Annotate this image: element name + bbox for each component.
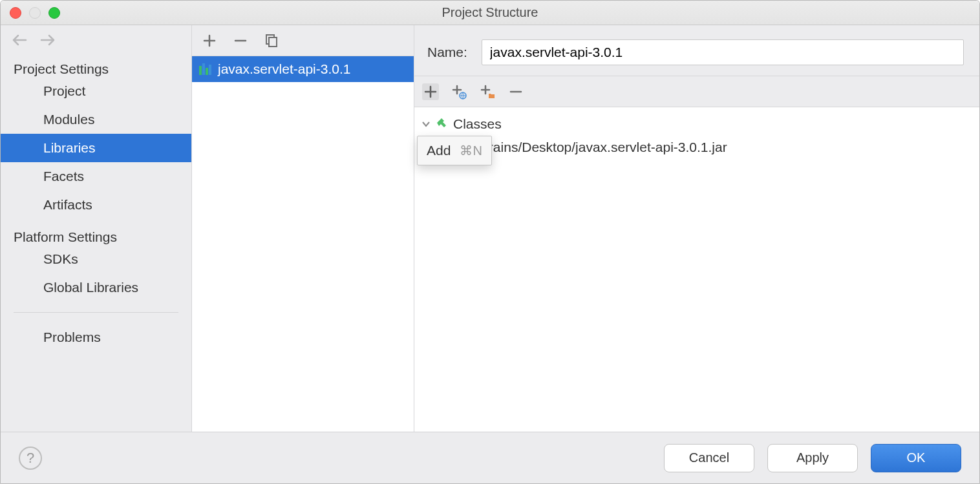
sidebar-item-global-libraries[interactable]: Global Libraries <box>1 273 191 302</box>
library-roots-toolbar <box>414 76 979 107</box>
ok-button[interactable]: OK <box>871 444 961 472</box>
library-name-input[interactable] <box>482 39 964 65</box>
apply-button[interactable]: Apply <box>767 444 858 472</box>
svg-rect-4 <box>206 68 208 75</box>
libraries-list-panel: javax.servlet-api-3.0.1 <box>192 25 414 432</box>
sidebar-item-libraries[interactable]: Libraries <box>1 134 191 162</box>
back-button[interactable] <box>11 32 28 48</box>
sidebar-item-label: Libraries <box>43 140 96 155</box>
window-zoom-button[interactable] <box>48 7 60 19</box>
add-url-root-button[interactable] <box>451 83 467 100</box>
add-popup[interactable]: Add ⌘N <box>417 136 492 165</box>
library-row[interactable]: javax.servlet-api-3.0.1 <box>192 56 414 82</box>
help-button[interactable]: ? <box>19 447 42 470</box>
tree-node-jar-path[interactable]: ers/jetbrains/Desktop/javax.servlet-api-… <box>414 136 979 159</box>
dialog-body: Project Settings Project Modules Librari… <box>1 25 979 432</box>
library-name-bar: Name: <box>414 25 979 76</box>
tree-node-label: Classes <box>453 116 502 132</box>
sidebar-item-modules[interactable]: Modules <box>1 105 191 134</box>
sidebar: Project Settings Project Modules Librari… <box>1 25 192 432</box>
titlebar: Project Structure <box>1 1 979 25</box>
sidebar-section-platform-settings: Platform Settings <box>1 219 191 245</box>
library-row-label: javax.servlet-api-3.0.1 <box>218 61 350 77</box>
help-icon: ? <box>27 450 34 467</box>
sidebar-item-problems[interactable]: Problems <box>1 323 191 352</box>
name-label: Name: <box>427 45 467 60</box>
sidebar-item-label: Project <box>43 83 85 98</box>
window-minimize-button[interactable] <box>29 7 41 19</box>
sidebar-item-label: SDKs <box>43 251 78 266</box>
popup-label: Add <box>427 143 451 158</box>
sidebar-item-label: Modules <box>43 112 94 127</box>
library-icon <box>198 62 213 76</box>
window-title: Project Structure <box>442 5 538 20</box>
cancel-button[interactable]: Cancel <box>664 444 754 472</box>
sidebar-item-sdks[interactable]: SDKs <box>1 245 191 273</box>
add-root-button[interactable] <box>422 83 439 100</box>
sidebar-item-artifacts[interactable]: Artifacts <box>1 191 191 219</box>
sidebar-item-facets[interactable]: Facets <box>1 162 191 191</box>
sidebar-item-project[interactable]: Project <box>1 77 191 105</box>
window-controls <box>10 7 60 19</box>
sidebar-item-label: Facets <box>43 169 84 184</box>
library-detail-panel: Name: <box>414 25 979 432</box>
svg-rect-2 <box>199 66 202 75</box>
sidebar-history-nav <box>1 25 191 51</box>
libraries-list: javax.servlet-api-3.0.1 <box>192 56 414 432</box>
add-library-button[interactable] <box>201 32 218 49</box>
sidebar-divider <box>14 312 178 313</box>
add-directory-root-button[interactable] <box>479 83 496 100</box>
svg-rect-3 <box>202 63 205 75</box>
sidebar-item-label: Problems <box>43 330 101 344</box>
svg-rect-5 <box>209 65 211 75</box>
copy-library-button[interactable] <box>263 32 280 49</box>
project-structure-window: Project Structure Project Settings Proje… <box>0 0 980 484</box>
window-close-button[interactable] <box>10 7 21 19</box>
remove-library-button[interactable] <box>232 32 249 49</box>
chevron-down-icon <box>421 119 431 129</box>
popup-shortcut: ⌘N <box>460 143 482 158</box>
sidebar-section-project-settings: Project Settings <box>1 51 191 77</box>
classes-icon <box>435 117 449 131</box>
library-roots-tree: Classes ers/jetbrains/Desktop/javax.serv… <box>414 107 979 432</box>
tree-node-classes[interactable]: Classes <box>414 112 979 136</box>
libraries-toolbar <box>192 25 414 56</box>
svg-rect-1 <box>269 37 277 47</box>
forward-button[interactable] <box>39 32 56 48</box>
sidebar-item-label: Artifacts <box>43 197 92 212</box>
remove-root-button[interactable] <box>507 83 524 100</box>
sidebar-item-label: Global Libraries <box>43 280 138 295</box>
dialog-footer: ? Cancel Apply OK <box>1 432 979 483</box>
